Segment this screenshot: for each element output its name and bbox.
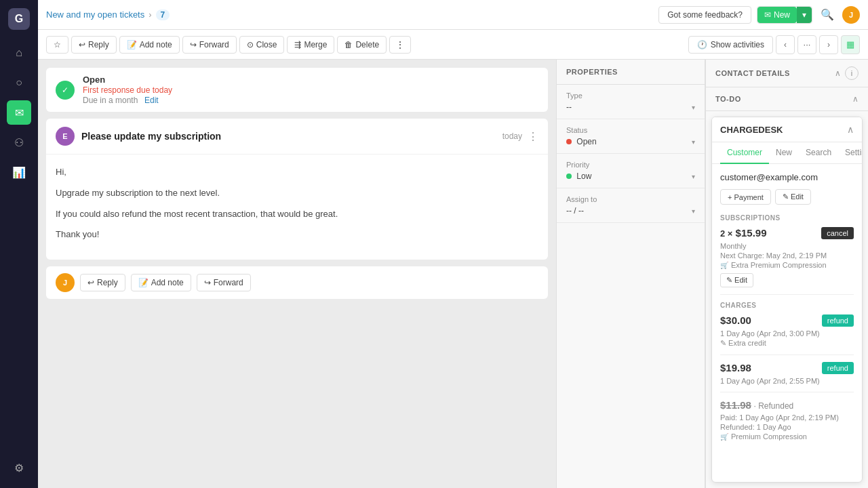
message-subject: Please update my subscription (81, 131, 502, 142)
contact-details-header[interactable]: CONTACT DETAILS (715, 69, 835, 77)
customer-email: customer@example.com (720, 172, 854, 182)
nav-prev-button[interactable]: ‹ (776, 35, 795, 54)
ticket-area: ✓ Open First response due today Due in a… (38, 60, 556, 488)
chargedesk-tab-new[interactable]: New (769, 142, 799, 164)
status-select[interactable]: Open ▾ (566, 137, 695, 146)
charge-amount-3: $11.98 · Refunded (720, 399, 793, 411)
refund-button-1[interactable]: refund (822, 314, 854, 327)
add-note-button[interactable]: 📝 Add note (119, 36, 180, 54)
charge-amount-1: $30.00 (720, 314, 751, 326)
edit-subscription-button[interactable]: ✎ Edit (720, 273, 753, 287)
chargedesk-widget: CHARGEDESK ∧ Customer New Search Setting… (711, 117, 863, 483)
todo-section[interactable]: TO-DO ∧ (706, 87, 868, 111)
close-icon: ⊙ (247, 40, 254, 49)
sidebar-item-people[interactable]: ⚇ (7, 130, 31, 155)
right-panel: CONTACT DETAILS ∧ i TO-DO ∧ CHARGEDESK ∧… (705, 60, 868, 488)
priority-label: Priority (566, 161, 695, 169)
status-chevron: ▾ (692, 138, 695, 146)
charge-row-1: $30.00 refund (720, 314, 854, 327)
charge-row-2: $19.98 refund (720, 362, 854, 374)
delete-button[interactable]: 🗑 Delete (337, 36, 387, 54)
customer-actions: + Payment ✎ Edit (720, 189, 854, 205)
priority-value: Low (566, 171, 591, 181)
reply-small-button[interactable]: ↩ Reply (80, 274, 125, 291)
sidebar-item-home[interactable]: ⌂ (7, 41, 31, 65)
type-select[interactable]: -- ▾ (566, 102, 695, 112)
charges-header: CHARGES (720, 302, 854, 309)
message-header: E Please update my subscription today ⋮ (46, 119, 548, 155)
properties-header: PROPERTIES (557, 60, 705, 85)
add-note-small-button[interactable]: 📝 Add note (131, 274, 191, 291)
nav-next-button[interactable]: › (819, 35, 838, 54)
status-bar: ✓ Open First response due today Due in a… (46, 68, 548, 112)
assign-label: Assign to (566, 195, 695, 203)
cancel-subscription-button[interactable]: cancel (821, 227, 854, 239)
assign-select[interactable]: -- / -- ▾ (566, 206, 695, 216)
chargedesk-close-button[interactable]: ∧ (847, 124, 854, 135)
star-button[interactable]: ☆ (46, 36, 68, 54)
charge-detail-3-refunded: Refunded: 1 Day Ago (720, 423, 854, 431)
refund-button-2[interactable]: refund (822, 362, 854, 374)
action-bar: ☆ ↩ Reply 📝 Add note ↪ Forward ⊙ Close ⇶… (38, 30, 868, 60)
main-area: New and my open tickets › 7 Got some fee… (38, 0, 868, 488)
properties-panel: PROPERTIES Type -- ▾ Status Open ▾ (556, 60, 705, 488)
charge-detail-1: 1 Day Ago (Apr 2nd, 3:00 PM) (720, 329, 854, 338)
chargedesk-tab-settings[interactable]: Settings (838, 142, 863, 164)
avatar[interactable]: J (842, 6, 860, 24)
new-dropdown-button[interactable]: ▾ (797, 7, 812, 23)
assign-chevron: ▾ (692, 207, 695, 215)
merge-button[interactable]: ⇶ Merge (287, 36, 334, 54)
charge-detail-3-paid: Paid: 1 Day Ago (Apr 2nd, 2:19 PM) (720, 413, 854, 422)
message-body: Hi, Upgrade my subscription to the next … (46, 155, 548, 260)
contact-details-chevron[interactable]: ∧ (835, 68, 841, 78)
sidebar-item-inbox[interactable]: ✉ (7, 100, 31, 125)
forward-small-button[interactable]: ↪ Forward (197, 274, 251, 291)
more-button[interactable]: ⋮ (389, 36, 411, 54)
status-info: Open First response due today Due in a m… (83, 75, 538, 105)
chargedesk-tab-search[interactable]: Search (799, 142, 838, 164)
forward-button[interactable]: ↪ Forward (182, 36, 237, 54)
message-menu-icon[interactable]: ⋮ (528, 130, 538, 143)
divider-1 (720, 294, 854, 295)
status-property: Status Open ▾ (557, 119, 705, 154)
info-icon[interactable]: i (845, 66, 859, 80)
divider-3 (720, 392, 854, 392)
priority-dot-icon (566, 174, 572, 179)
todo-label: TO-DO (715, 95, 741, 103)
edit-link[interactable]: Edit (144, 96, 159, 105)
chargedesk-title: CHARGEDESK (720, 125, 783, 135)
cart-icon: 🛒 (720, 262, 728, 269)
status-indicator-icon: ✓ (56, 81, 75, 100)
reply-button[interactable]: ↩ Reply (71, 36, 117, 54)
content-row: ✓ Open First response due today Due in a… (38, 60, 868, 488)
new-button[interactable]: ✉ New (757, 7, 797, 23)
note-icon: 📝 (127, 40, 137, 49)
show-activities-button[interactable]: 🕐 Show activities (688, 36, 773, 54)
status-open-label: Open (83, 75, 538, 85)
body-line-2: Upgrade my subscription to the next leve… (56, 186, 538, 201)
app-logo[interactable]: G (8, 8, 30, 30)
payment-button[interactable]: + Payment (720, 189, 771, 205)
close-button[interactable]: ⊙ Close (239, 36, 285, 54)
chargedesk-tab-customer[interactable]: Customer (720, 142, 769, 164)
nav-dots-button[interactable]: ··· (797, 35, 816, 54)
edit-customer-button[interactable]: ✎ Edit (775, 189, 811, 205)
grid-view-button[interactable]: ▦ (841, 35, 860, 54)
status-dot-icon (566, 139, 572, 144)
assign-property: Assign to -- / -- ▾ (557, 188, 705, 223)
breadcrumb[interactable]: New and my open tickets › 7 (46, 9, 170, 20)
sidebar-item-reports[interactable]: 📊 (7, 160, 31, 184)
search-icon[interactable]: 🔍 (818, 5, 837, 24)
merge-icon: ⇶ (294, 40, 301, 49)
clock-icon: 🕐 (697, 40, 707, 49)
message-time: today (502, 131, 522, 141)
subscription-row: 2 × $15.99 cancel (720, 227, 854, 239)
sidebar-item-contacts[interactable]: ○ (7, 70, 31, 95)
feedback-button[interactable]: Got some feedback? (658, 6, 751, 24)
trash-icon: 🗑 (344, 40, 353, 49)
chargedesk-header: CHARGEDESK ∧ (712, 117, 862, 142)
sidebar-item-settings[interactable]: ⚙ (7, 455, 31, 480)
reply-icon: ↩ (79, 40, 85, 49)
email-icon: ✉ (764, 10, 771, 20)
priority-select[interactable]: Low ▾ (566, 171, 695, 181)
